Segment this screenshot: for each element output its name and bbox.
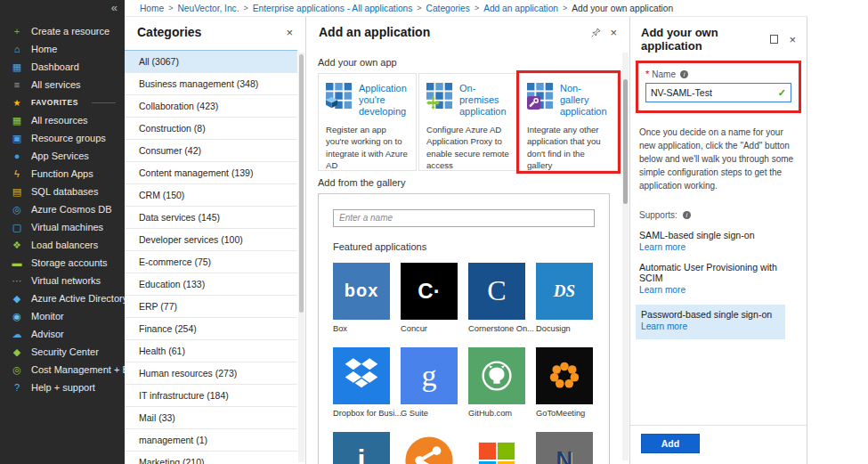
close-icon[interactable]: × <box>610 27 617 38</box>
category-item[interactable]: Data services (145) <box>125 207 297 229</box>
scrollbar[interactable] <box>622 53 629 460</box>
lightning-icon: ϟ <box>11 168 23 179</box>
category-item[interactable]: IT infrastructure (184) <box>125 385 297 407</box>
sidebar-item-app-services[interactable]: ●App Services <box>0 147 125 165</box>
sidebar: « +Create a resource⌂Home▦Dashboard≡All … <box>0 0 125 464</box>
add-application-body: Add your own app Application you're deve… <box>306 49 621 464</box>
app-tile-label: Docusign <box>536 324 593 333</box>
add-application-header: Add an application × <box>306 17 629 45</box>
sidebar-item-label: Virtual networks <box>31 275 101 286</box>
sidebar-item-storage-accounts[interactable]: ▬Storage accounts <box>0 254 125 272</box>
maximize-icon[interactable] <box>770 35 778 44</box>
category-item[interactable]: Marketing (210) <box>125 452 297 464</box>
category-item[interactable]: Business management (348) <box>125 73 297 95</box>
sidebar-item-cost-management-billing[interactable]: ◎Cost Management + Billing <box>0 361 125 379</box>
sidebar-item-monitor[interactable]: ◉Monitor <box>0 307 125 325</box>
breadcrumb-link[interactable]: Add an application <box>483 4 558 13</box>
learn-more-link[interactable]: Learn more <box>639 285 794 295</box>
card-on-premises-application[interactable]: On-premises applicationConfigure Azure A… <box>418 73 517 171</box>
blade-row: Categories × All (3067)Business manageme… <box>125 16 807 464</box>
app-tile-box[interactable]: boxBox <box>333 263 390 333</box>
scrollbar[interactable] <box>298 53 304 462</box>
sidebar-item-advisor[interactable]: ☁Advisor <box>0 325 125 343</box>
category-item[interactable]: Collaboration (423) <box>125 95 297 118</box>
application-name-input[interactable] <box>651 87 778 98</box>
collapse-sidebar-icon[interactable]: « <box>111 1 118 14</box>
app-tile-dropbox-for-busi[interactable]: Dropbox for Busi... <box>333 347 390 418</box>
app-tile-docusign[interactable]: DSDocusign <box>536 263 593 333</box>
app-tile[interactable] <box>468 432 525 464</box>
app-tile-cornerstone-on[interactable]: CCornerstone On... <box>468 263 525 333</box>
app-tile-gotomeeting[interactable]: GoToMeeting <box>536 347 593 418</box>
category-item[interactable]: Developer services (100) <box>125 229 297 251</box>
supports-label: Supports: <box>639 210 677 220</box>
sidebar-item-azure-active-directory[interactable]: ◆Azure Active Directory <box>0 289 125 307</box>
breadcrumb-link[interactable]: Categories <box>426 4 470 13</box>
sidebar-item-security-center[interactable]: ◆Security Center <box>0 343 125 361</box>
app-tile-label: GitHub.com <box>468 409 525 418</box>
category-item[interactable]: Mail (33) <box>125 407 297 429</box>
app-tile-label: Cornerstone On... <box>468 324 525 333</box>
category-item[interactable]: Consumer (42) <box>125 140 297 162</box>
close-icon[interactable]: × <box>789 34 796 45</box>
category-item[interactable]: ERP (77) <box>125 296 297 318</box>
category-item[interactable]: E-commerce (75) <box>125 251 297 273</box>
card-non-gallery-application[interactable]: Non-gallery applicationIntegrate any oth… <box>519 73 618 171</box>
card-application-you-re-developing[interactable]: Application you're developingRegister an… <box>318 73 417 171</box>
app-tile-concur[interactable]: C·Concur <box>401 263 458 333</box>
required-asterisk: * <box>645 69 649 79</box>
card-description: Integrate any other application that you… <box>527 124 610 172</box>
sidebar-item-azure-cosmos-db[interactable]: ◎Azure Cosmos DB <box>0 200 125 218</box>
category-item[interactable]: Education (133) <box>125 273 297 296</box>
info-icon[interactable] <box>683 211 691 219</box>
category-item[interactable]: management (1) <box>125 429 297 452</box>
gallery-search-input[interactable] <box>333 209 595 227</box>
sidebar-item-label: Dashboard <box>31 61 79 72</box>
app-tile[interactable]: N <box>536 432 593 464</box>
share-logo <box>401 432 458 464</box>
sidebar-item-label: FAVORITES <box>31 98 78 107</box>
breadcrumb-link[interactable]: Enterprise applications - All applicatio… <box>253 4 413 13</box>
dashboard-icon: ▦ <box>11 61 23 73</box>
sidebar-item-function-apps[interactable]: ϟFunction Apps <box>0 165 125 183</box>
category-item[interactable]: Construction (8) <box>125 118 297 140</box>
learn-more-link[interactable]: Learn more <box>641 322 782 331</box>
app-tile-github-com[interactable]: GitHub.com <box>468 347 525 418</box>
learn-more-link[interactable]: Learn more <box>639 242 794 252</box>
category-item[interactable]: Content management (139) <box>125 162 297 184</box>
sidebar-item-all-services[interactable]: ≡All services <box>0 76 125 94</box>
app-tile-g-suite[interactable]: gG Suite <box>401 347 458 418</box>
sidebar-item-home[interactable]: ⌂Home <box>0 40 125 58</box>
sidebar-item-label: Load balancers <box>31 240 98 250</box>
sidebar-item-resource-groups[interactable]: ▣Resource groups <box>0 129 125 147</box>
load-balancer-icon: ❖ <box>11 240 23 251</box>
add-button[interactable]: Add <box>641 434 700 453</box>
category-item[interactable]: All (3067) <box>125 50 297 73</box>
category-item[interactable]: Health (61) <box>125 340 297 362</box>
sidebar-item-label: App Services <box>31 151 89 161</box>
sidebar-item-load-balancers[interactable]: ❖Load balancers <box>0 236 125 254</box>
card-title: Non-gallery application <box>560 83 610 118</box>
category-item[interactable]: Finance (254) <box>125 318 297 340</box>
app-tile[interactable]: i <box>333 432 390 464</box>
sidebar-item-label: SQL databases <box>31 186 98 197</box>
breadcrumb-link[interactable]: Home <box>140 4 164 13</box>
sidebar-item-help-support[interactable]: ?Help + support <box>0 379 125 396</box>
categories-title: Categories <box>137 25 201 39</box>
sidebar-item-create-a-resource[interactable]: +Create a resource <box>0 22 125 40</box>
sidebar-item-virtual-networks[interactable]: ⋯Virtual networks <box>0 272 125 289</box>
category-item[interactable]: CRM (150) <box>125 184 297 207</box>
info-icon[interactable] <box>680 70 688 78</box>
close-icon[interactable]: × <box>286 27 293 38</box>
category-item[interactable]: Human resources (273) <box>125 362 297 385</box>
sidebar-item-virtual-machines[interactable]: ▢Virtual machines <box>0 218 125 236</box>
app-tile[interactable] <box>401 432 458 464</box>
sidebar-item-dashboard[interactable]: ▦Dashboard <box>0 58 125 76</box>
sidebar-item-all-resources[interactable]: ▦All resources <box>0 111 125 129</box>
breadcrumb-link[interactable]: NeuVector, Inc. <box>177 4 239 13</box>
sidebar-item-sql-databases[interactable]: ▤SQL databases <box>0 183 125 200</box>
own-application-footer: Add <box>630 425 807 464</box>
sidebar-item-label: Azure Cosmos DB <box>31 204 111 215</box>
pin-icon[interactable] <box>591 28 601 37</box>
own-application-header: Add your own application × <box>630 17 807 56</box>
